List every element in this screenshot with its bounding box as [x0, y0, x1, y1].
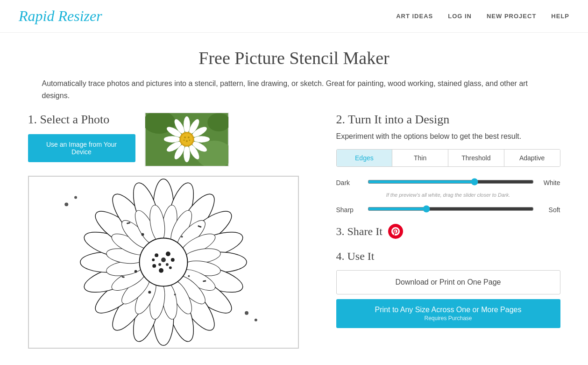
step4-title: 4. Use It: [336, 250, 560, 263]
upload-button[interactable]: Use an Image from Your Device: [28, 134, 135, 162]
svg-point-70: [152, 264, 156, 268]
logo[interactable]: Rapid Resizer: [19, 7, 102, 25]
svg-point-79: [148, 291, 151, 294]
slider-hint: If the preview's all white, drag the sli…: [336, 192, 560, 198]
nav-links: ART IDEAS LOG IN NEW PROJECT HELP: [396, 13, 569, 20]
main-content: 1. Select a Photo Use an Image from Your…: [9, 101, 579, 360]
right-panel: 2. Turn It into a Design Experiment with…: [336, 113, 560, 349]
svg-point-88: [245, 311, 248, 315]
pinterest-icon: [391, 227, 400, 236]
svg-point-80: [174, 293, 176, 295]
dark-slider-row: Dark White: [336, 178, 560, 187]
experiment-text: Experiment with the options below to get…: [336, 132, 560, 141]
photo-area: 1. Select a Photo Use an Image from Your…: [28, 113, 318, 166]
svg-point-87: [254, 319, 257, 322]
pinterest-button[interactable]: [388, 224, 403, 239]
sharp-label: Sharp: [336, 206, 362, 214]
design-tabs: Edges Thin Threshold Adaptive: [336, 149, 560, 167]
print-button-sub: Requires Purchase: [343, 315, 554, 322]
svg-point-17: [181, 133, 193, 145]
svg-point-76: [181, 236, 183, 238]
svg-point-22: [189, 140, 190, 141]
nav-help[interactable]: HELP: [551, 13, 569, 20]
dark-slider-wrap: [368, 178, 534, 187]
svg-point-7: [193, 136, 209, 143]
step1-controls: 1. Select a Photo Use an Image from Your…: [28, 113, 135, 162]
svg-point-75: [141, 233, 144, 236]
svg-point-4: [184, 116, 190, 133]
use-section: 4. Use It Download or Print on One Page …: [336, 250, 560, 328]
page-title: Free Picture Stencil Maker: [0, 33, 588, 78]
svg-point-66: [165, 251, 170, 256]
navigation: Rapid Resizer ART IDEAS LOG IN NEW PROJE…: [0, 0, 588, 33]
svg-point-74: [165, 263, 168, 266]
tab-adaptive[interactable]: Adaptive: [504, 150, 560, 166]
svg-point-68: [169, 266, 171, 269]
tab-thin[interactable]: Thin: [392, 150, 448, 166]
svg-point-78: [188, 275, 190, 277]
nav-art-ideas[interactable]: ART IDEAS: [396, 13, 433, 20]
left-panel: 1. Select a Photo Use an Image from Your…: [28, 113, 318, 349]
svg-point-20: [186, 140, 188, 142]
photo-thumbnail: [145, 113, 229, 166]
svg-point-73: [158, 263, 161, 266]
svg-point-69: [159, 268, 163, 273]
svg-point-10: [184, 146, 190, 162]
step3-title: 3. Share It: [336, 225, 383, 238]
svg-point-65: [155, 253, 158, 257]
svg-point-21: [183, 140, 184, 141]
nav-new-project[interactable]: NEW PROJECT: [487, 13, 536, 20]
svg-point-67: [170, 258, 174, 262]
share-section: 3. Share It: [336, 224, 560, 239]
print-button[interactable]: Print to Any Size Across One or More Pag…: [336, 299, 560, 328]
white-label: White: [539, 179, 560, 186]
tab-edges[interactable]: Edges: [337, 150, 393, 166]
svg-point-86: [74, 196, 77, 199]
svg-point-18: [184, 136, 186, 138]
svg-point-85: [64, 203, 68, 207]
download-button[interactable]: Download or Print on One Page: [336, 270, 560, 294]
svg-point-19: [187, 136, 189, 138]
svg-point-77: [134, 270, 137, 273]
step2-title: 2. Turn It into a Design: [336, 113, 560, 127]
nav-log-in[interactable]: LOG IN: [448, 13, 472, 20]
svg-point-13: [163, 136, 180, 143]
svg-point-71: [152, 258, 155, 261]
sharp-slider-wrap: [368, 205, 534, 215]
svg-point-72: [161, 258, 166, 262]
page-description: Automatically trace photos and pictures …: [23, 78, 565, 101]
sharp-slider-row: Sharp Soft: [336, 205, 560, 215]
dark-slider[interactable]: [368, 178, 534, 186]
print-button-label: Print to Any Size Across One or More Pag…: [375, 306, 522, 314]
soft-label: Soft: [539, 206, 560, 214]
sharp-slider[interactable]: [368, 205, 534, 213]
dark-label: Dark: [336, 179, 362, 186]
stencil-preview: [28, 176, 299, 349]
tab-threshold[interactable]: Threshold: [448, 150, 504, 166]
step1-title: 1. Select a Photo: [28, 113, 135, 127]
